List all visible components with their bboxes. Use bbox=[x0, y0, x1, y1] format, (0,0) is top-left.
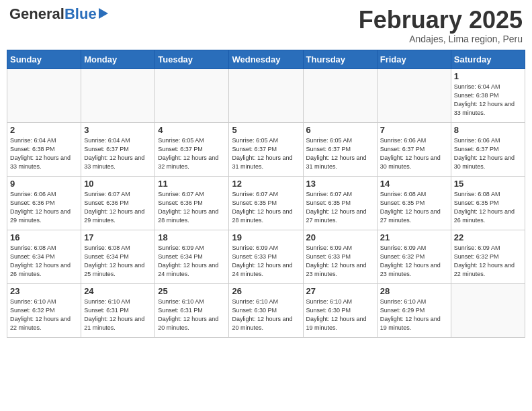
day-info: Sunrise: 6:08 AM Sunset: 6:34 PM Dayligh… bbox=[84, 244, 152, 279]
calendar-cell: 1Sunrise: 6:04 AM Sunset: 6:38 PM Daylig… bbox=[451, 68, 525, 122]
calendar-cell: 12Sunrise: 6:07 AM Sunset: 6:35 PM Dayli… bbox=[229, 176, 303, 230]
calendar-cell: 9Sunrise: 6:06 AM Sunset: 6:36 PM Daylig… bbox=[7, 176, 81, 230]
weekday-header-tuesday: Tuesday bbox=[155, 50, 229, 68]
weekday-header-monday: Monday bbox=[81, 50, 155, 68]
week-row-2: 2Sunrise: 6:04 AM Sunset: 6:38 PM Daylig… bbox=[7, 122, 525, 176]
day-number: 8 bbox=[454, 125, 522, 135]
calendar-table: SundayMondayTuesdayWednesdayThursdayFrid… bbox=[7, 50, 525, 338]
calendar-cell: 2Sunrise: 6:04 AM Sunset: 6:38 PM Daylig… bbox=[7, 122, 81, 176]
weekday-header-sunday: Sunday bbox=[7, 50, 81, 68]
calendar-cell: 3Sunrise: 6:04 AM Sunset: 6:37 PM Daylig… bbox=[81, 122, 155, 176]
day-number: 5 bbox=[232, 125, 300, 135]
calendar-cell: 25Sunrise: 6:10 AM Sunset: 6:31 PM Dayli… bbox=[155, 283, 229, 337]
calendar-cell: 16Sunrise: 6:08 AM Sunset: 6:34 PM Dayli… bbox=[7, 230, 81, 283]
location-subtitle: Andajes, Lima region, Peru bbox=[359, 34, 523, 44]
day-number: 18 bbox=[158, 232, 226, 242]
calendar-cell: 27Sunrise: 6:10 AM Sunset: 6:30 PM Dayli… bbox=[303, 283, 377, 337]
day-info: Sunrise: 6:05 AM Sunset: 6:37 PM Dayligh… bbox=[158, 136, 226, 171]
weekday-header-wednesday: Wednesday bbox=[229, 50, 303, 68]
day-number: 3 bbox=[84, 125, 152, 135]
day-number: 23 bbox=[10, 286, 78, 296]
calendar-cell: 28Sunrise: 6:10 AM Sunset: 6:29 PM Dayli… bbox=[377, 283, 451, 337]
calendar-cell: 23Sunrise: 6:10 AM Sunset: 6:32 PM Dayli… bbox=[7, 283, 81, 337]
day-number: 27 bbox=[306, 286, 374, 296]
day-info: Sunrise: 6:07 AM Sunset: 6:36 PM Dayligh… bbox=[158, 190, 226, 225]
week-row-4: 16Sunrise: 6:08 AM Sunset: 6:34 PM Dayli… bbox=[7, 230, 525, 283]
day-number: 2 bbox=[10, 125, 78, 135]
day-number: 20 bbox=[306, 232, 374, 242]
day-info: Sunrise: 6:09 AM Sunset: 6:34 PM Dayligh… bbox=[158, 244, 226, 279]
day-info: Sunrise: 6:09 AM Sunset: 6:32 PM Dayligh… bbox=[454, 244, 522, 279]
logo-arrow-icon bbox=[99, 8, 108, 19]
weekday-header-thursday: Thursday bbox=[303, 50, 377, 68]
day-info: Sunrise: 6:06 AM Sunset: 6:37 PM Dayligh… bbox=[380, 136, 448, 171]
calendar-cell bbox=[303, 68, 377, 122]
day-number: 17 bbox=[84, 232, 152, 242]
title-area: February 2025 Andajes, Lima region, Peru bbox=[359, 7, 523, 44]
day-number: 14 bbox=[380, 179, 448, 189]
day-number: 21 bbox=[380, 232, 448, 242]
day-number: 1 bbox=[454, 71, 522, 81]
calendar-cell bbox=[229, 68, 303, 122]
day-info: Sunrise: 6:09 AM Sunset: 6:32 PM Dayligh… bbox=[380, 244, 448, 279]
week-row-1: 1Sunrise: 6:04 AM Sunset: 6:38 PM Daylig… bbox=[7, 68, 525, 122]
day-info: Sunrise: 6:07 AM Sunset: 6:35 PM Dayligh… bbox=[232, 190, 300, 225]
day-number: 26 bbox=[232, 286, 300, 296]
day-number: 6 bbox=[306, 125, 374, 135]
day-number: 19 bbox=[232, 232, 300, 242]
day-info: Sunrise: 6:07 AM Sunset: 6:36 PM Dayligh… bbox=[84, 190, 152, 225]
day-info: Sunrise: 6:04 AM Sunset: 6:37 PM Dayligh… bbox=[84, 136, 152, 171]
day-info: Sunrise: 6:10 AM Sunset: 6:31 PM Dayligh… bbox=[158, 298, 226, 332]
week-row-5: 23Sunrise: 6:10 AM Sunset: 6:32 PM Dayli… bbox=[7, 283, 525, 337]
weekday-header-saturday: Saturday bbox=[451, 50, 525, 68]
calendar-cell bbox=[155, 68, 229, 122]
calendar-cell: 18Sunrise: 6:09 AM Sunset: 6:34 PM Dayli… bbox=[155, 230, 229, 283]
weekday-header-row: SundayMondayTuesdayWednesdayThursdayFrid… bbox=[7, 50, 525, 68]
day-info: Sunrise: 6:05 AM Sunset: 6:37 PM Dayligh… bbox=[306, 136, 374, 171]
day-number: 13 bbox=[306, 179, 374, 189]
day-info: Sunrise: 6:05 AM Sunset: 6:37 PM Dayligh… bbox=[232, 136, 300, 171]
day-info: Sunrise: 6:10 AM Sunset: 6:30 PM Dayligh… bbox=[306, 298, 374, 332]
day-info: Sunrise: 6:09 AM Sunset: 6:33 PM Dayligh… bbox=[306, 244, 374, 279]
day-info: Sunrise: 6:08 AM Sunset: 6:35 PM Dayligh… bbox=[454, 190, 522, 225]
calendar-body: 1Sunrise: 6:04 AM Sunset: 6:38 PM Daylig… bbox=[7, 68, 525, 337]
week-row-3: 9Sunrise: 6:06 AM Sunset: 6:36 PM Daylig… bbox=[7, 176, 525, 230]
day-info: Sunrise: 6:06 AM Sunset: 6:37 PM Dayligh… bbox=[454, 136, 522, 171]
page-header: General Blue February 2025 Andajes, Lima… bbox=[7, 7, 525, 44]
day-number: 25 bbox=[158, 286, 226, 296]
day-number: 4 bbox=[158, 125, 226, 135]
day-number: 10 bbox=[84, 179, 152, 189]
calendar-cell: 19Sunrise: 6:09 AM Sunset: 6:33 PM Dayli… bbox=[229, 230, 303, 283]
calendar-cell: 26Sunrise: 6:10 AM Sunset: 6:30 PM Dayli… bbox=[229, 283, 303, 337]
day-number: 24 bbox=[84, 286, 152, 296]
calendar-cell: 13Sunrise: 6:07 AM Sunset: 6:35 PM Dayli… bbox=[303, 176, 377, 230]
calendar-cell: 15Sunrise: 6:08 AM Sunset: 6:35 PM Dayli… bbox=[451, 176, 525, 230]
month-title: February 2025 bbox=[359, 7, 523, 34]
calendar-cell bbox=[451, 283, 525, 337]
calendar-cell: 21Sunrise: 6:09 AM Sunset: 6:32 PM Dayli… bbox=[377, 230, 451, 283]
day-number: 11 bbox=[158, 179, 226, 189]
calendar-cell: 4Sunrise: 6:05 AM Sunset: 6:37 PM Daylig… bbox=[155, 122, 229, 176]
calendar-cell bbox=[377, 68, 451, 122]
day-info: Sunrise: 6:10 AM Sunset: 6:31 PM Dayligh… bbox=[84, 298, 152, 332]
day-info: Sunrise: 6:10 AM Sunset: 6:32 PM Dayligh… bbox=[10, 298, 78, 332]
calendar-cell: 14Sunrise: 6:08 AM Sunset: 6:35 PM Dayli… bbox=[377, 176, 451, 230]
day-number: 22 bbox=[454, 232, 522, 242]
calendar-cell: 17Sunrise: 6:08 AM Sunset: 6:34 PM Dayli… bbox=[81, 230, 155, 283]
day-info: Sunrise: 6:10 AM Sunset: 6:29 PM Dayligh… bbox=[380, 298, 448, 332]
logo: General Blue bbox=[9, 7, 108, 21]
weekday-header-friday: Friday bbox=[377, 50, 451, 68]
day-number: 7 bbox=[380, 125, 448, 135]
day-number: 16 bbox=[10, 232, 78, 242]
day-info: Sunrise: 6:08 AM Sunset: 6:34 PM Dayligh… bbox=[10, 244, 78, 279]
day-info: Sunrise: 6:06 AM Sunset: 6:36 PM Dayligh… bbox=[10, 190, 78, 225]
day-info: Sunrise: 6:09 AM Sunset: 6:33 PM Dayligh… bbox=[232, 244, 300, 279]
calendar-cell: 7Sunrise: 6:06 AM Sunset: 6:37 PM Daylig… bbox=[377, 122, 451, 176]
day-info: Sunrise: 6:04 AM Sunset: 6:38 PM Dayligh… bbox=[454, 83, 522, 118]
day-number: 12 bbox=[232, 179, 300, 189]
day-info: Sunrise: 6:10 AM Sunset: 6:30 PM Dayligh… bbox=[232, 298, 300, 332]
calendar-cell: 24Sunrise: 6:10 AM Sunset: 6:31 PM Dayli… bbox=[81, 283, 155, 337]
day-number: 15 bbox=[454, 179, 522, 189]
calendar-cell: 11Sunrise: 6:07 AM Sunset: 6:36 PM Dayli… bbox=[155, 176, 229, 230]
day-number: 28 bbox=[380, 286, 448, 296]
